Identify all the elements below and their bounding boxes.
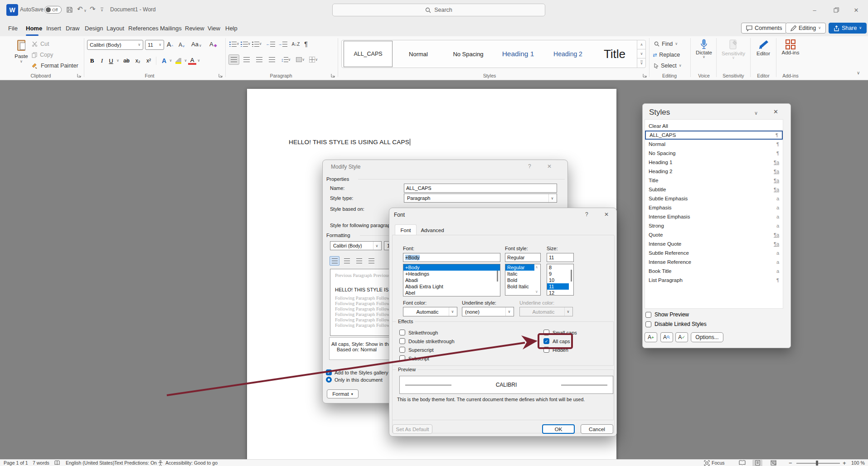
increase-indent-button[interactable]: → xyxy=(278,42,287,47)
size-option[interactable]: 10 xyxy=(547,277,573,283)
subscript-checkbox[interactable]: Subscript xyxy=(399,355,429,361)
all-caps-checkbox[interactable]: ✓All caps xyxy=(543,338,570,344)
font-option[interactable]: Abadi Extra Light xyxy=(403,283,500,290)
style-item-no-spacing[interactable]: No Spacing¶ xyxy=(645,149,783,158)
share-button[interactable]: Share ∨ xyxy=(829,23,867,34)
justify-button[interactable] xyxy=(267,54,277,65)
scrollbar-thumb[interactable] xyxy=(571,270,572,282)
new-style-button[interactable]: A+ xyxy=(645,332,657,342)
tab-help[interactable]: Help xyxy=(223,20,239,36)
style-type-combo[interactable]: Paragraph∨ xyxy=(404,194,557,203)
style-item-subtle-emphasis[interactable]: Subtle Emphasisa xyxy=(645,194,783,203)
shrink-font-button[interactable]: Av xyxy=(179,42,184,48)
modify-justify-button[interactable] xyxy=(366,256,376,266)
bullets-button[interactable]: ∨ xyxy=(229,42,239,47)
style-card-heading-2[interactable]: Heading 2 xyxy=(544,41,592,67)
search-box[interactable]: Search xyxy=(332,4,545,16)
tab-references[interactable]: References xyxy=(126,20,160,36)
tab-file[interactable]: File xyxy=(6,20,19,36)
strikethrough-button[interactable]: ab xyxy=(121,58,132,64)
tab-insert[interactable]: Insert xyxy=(44,20,63,36)
accessibility-status[interactable]: Accessibility: Good to go xyxy=(165,460,218,466)
style-card-no-spacing[interactable]: No Spacing xyxy=(444,41,492,67)
print-layout-icon[interactable] xyxy=(752,460,762,466)
cancel-button[interactable]: Cancel xyxy=(581,424,613,434)
style-item-list-paragraph[interactable]: List Paragraph¶ xyxy=(645,276,783,285)
zoom-in-button[interactable]: + xyxy=(843,460,846,466)
tab-draw[interactable]: Draw xyxy=(64,20,81,36)
modify-align-left-button[interactable] xyxy=(330,256,339,266)
size-option[interactable]: 12 xyxy=(547,290,573,296)
document-body-text[interactable]: HELLO! THIS STYLE IS USING ALL CAPS xyxy=(289,139,561,146)
underline-style-combo[interactable]: (none)∨ xyxy=(462,307,514,316)
hidden-checkbox[interactable]: Hidden xyxy=(543,347,568,353)
read-mode-icon[interactable] xyxy=(739,460,746,466)
add-to-gallery-checkbox[interactable]: ✓Add to the Styles gallery xyxy=(326,369,391,375)
tab-design[interactable]: Design xyxy=(83,20,105,36)
manage-styles-button[interactable]: A✓ xyxy=(675,332,688,342)
style-item-title[interactable]: Title¶a xyxy=(645,176,783,185)
underline-button[interactable]: U xyxy=(107,58,115,64)
web-layout-icon[interactable] xyxy=(771,460,776,466)
accessibility-icon[interactable] xyxy=(158,460,163,466)
font-style-option[interactable]: Regular xyxy=(505,264,534,271)
copy-button[interactable]: Copy xyxy=(32,52,53,58)
font-option[interactable]: +Body xyxy=(403,264,500,271)
redo-icon[interactable]: ↷ xyxy=(90,5,96,13)
disable-linked-styles-checkbox[interactable]: Disable Linked Styles xyxy=(645,321,707,327)
font-style-option[interactable]: Bold Italic xyxy=(505,283,540,290)
small-caps-checkbox[interactable]: Small caps xyxy=(543,330,577,335)
show-preview-checkbox[interactable]: Show Preview xyxy=(645,311,689,318)
editor-button[interactable]: Editor xyxy=(752,39,775,56)
subscript-button[interactable]: x₂ xyxy=(132,58,143,64)
editing-mode-button[interactable]: Editing ∨ xyxy=(786,23,826,34)
word-count[interactable]: 7 words xyxy=(33,460,49,466)
replace-button[interactable]: ⇄ Replace xyxy=(653,52,680,58)
find-button[interactable]: Find∨ xyxy=(654,41,678,47)
font-color-button[interactable]: A xyxy=(188,57,196,65)
page-indicator[interactable]: Page 1 of 1 xyxy=(4,460,28,466)
save-icon[interactable] xyxy=(66,6,73,13)
font-option[interactable]: Abel xyxy=(403,290,500,296)
decrease-indent-button[interactable]: ← xyxy=(266,42,275,47)
tab-font[interactable]: Font xyxy=(395,224,417,235)
font-name-combo[interactable]: Calibri (Body)∨ xyxy=(87,40,143,50)
proofing-icon[interactable] xyxy=(54,460,60,466)
styles-dialog-launcher-icon[interactable] xyxy=(643,73,647,78)
styles-pane-close-icon[interactable]: ✕ xyxy=(773,108,778,115)
name-input[interactable]: ALL_CAPS xyxy=(404,184,557,193)
scroll-down-icon[interactable]: ∨ xyxy=(535,290,538,294)
style-item-heading-2[interactable]: Heading 2¶a xyxy=(645,167,783,176)
format-painter-button[interactable]: Format Painter xyxy=(32,63,78,69)
superscript-button[interactable]: x² xyxy=(143,58,154,64)
align-left-button[interactable] xyxy=(228,54,239,65)
show-hide-pilcrow-button[interactable]: ¶ xyxy=(304,40,308,48)
highlight-chevron-icon[interactable]: ∨ xyxy=(183,59,188,63)
language-indicator[interactable]: English (United States) xyxy=(66,460,114,466)
gallery-scroll-down-icon[interactable]: ∨ xyxy=(637,49,646,58)
font-help-icon[interactable]: ? xyxy=(585,211,588,218)
tab-layout[interactable]: Layout xyxy=(105,20,126,36)
style-item-intense-reference[interactable]: Intense Referencea xyxy=(645,257,783,267)
style-card-all-caps[interactable]: ALL_CAPS xyxy=(344,41,393,67)
style-item-subtitle[interactable]: Subtitle¶a xyxy=(645,185,783,194)
collapse-ribbon-icon[interactable]: ∨ xyxy=(857,71,860,75)
minimize-button[interactable]: – xyxy=(808,4,821,16)
font-option[interactable]: +Headings xyxy=(403,271,500,277)
style-item-all-caps[interactable]: ALL_CAPS¶ xyxy=(645,131,783,140)
grow-font-button[interactable]: A^ xyxy=(167,41,173,48)
tab-mailings[interactable]: Mailings xyxy=(158,20,184,36)
gallery-scroll-up-icon[interactable]: ∧ xyxy=(637,40,646,49)
double-strikethrough-checkbox[interactable]: Double strikethrough xyxy=(399,338,455,344)
text-predictions[interactable]: Text Predictions: On xyxy=(114,460,157,466)
close-button[interactable]: ✕ xyxy=(849,4,863,16)
autosave-toggle[interactable]: Off xyxy=(44,6,62,14)
shading-button[interactable]: ∨ xyxy=(296,57,305,62)
style-item-intense-emphasis[interactable]: Intense Emphasisa xyxy=(645,212,783,221)
font-dialog-launcher-icon[interactable] xyxy=(218,73,223,78)
line-spacing-button[interactable]: ↕∨ xyxy=(281,57,291,63)
modify-font-name-combo[interactable]: Calibri (Body)∨ xyxy=(330,241,382,250)
style-inspector-button[interactable]: A xyxy=(660,332,673,342)
dictate-button[interactable]: Dictate ∨ xyxy=(693,39,715,59)
size-option[interactable]: 8 xyxy=(547,264,573,271)
